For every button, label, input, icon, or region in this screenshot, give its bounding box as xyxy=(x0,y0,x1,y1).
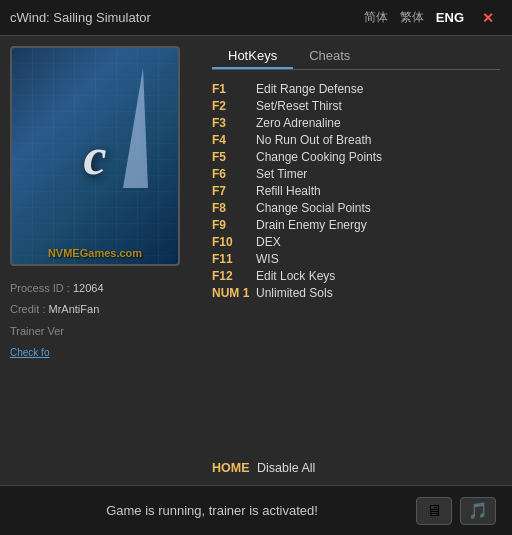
hotkey-item: F12Edit Lock Keys xyxy=(212,267,500,284)
app-title: cWind: Sailing Simulator xyxy=(10,10,358,25)
hotkey-desc: Edit Lock Keys xyxy=(256,269,335,283)
hotkey-item: F3Zero Adrenaline xyxy=(212,114,500,131)
lang-simplified[interactable]: 简体 xyxy=(358,7,394,28)
credit-row: Credit : MrAntiFan xyxy=(10,302,190,317)
hotkey-desc: Edit Range Defense xyxy=(256,82,363,96)
monitor-icon[interactable]: 🖥 xyxy=(416,497,452,525)
hotkey-key: F10 xyxy=(212,235,256,249)
hotkey-key: F12 xyxy=(212,269,256,283)
hotkey-item: F6Set Timer xyxy=(212,165,500,182)
tab-hotkeys[interactable]: HotKeys xyxy=(212,44,293,69)
game-logo: c xyxy=(83,127,106,186)
lang-traditional[interactable]: 繁体 xyxy=(394,7,430,28)
trainer-row: Trainer Ver xyxy=(10,324,190,339)
hotkey-desc: No Run Out of Breath xyxy=(256,133,371,147)
hotkey-desc: Change Cooking Points xyxy=(256,150,382,164)
hotkey-item: F7Refill Health xyxy=(212,182,500,199)
sail-decoration xyxy=(123,68,148,188)
hotkey-item: F11WIS xyxy=(212,250,500,267)
status-message: Game is running, trainer is activated! xyxy=(16,503,408,518)
hotkey-desc: DEX xyxy=(256,235,281,249)
hotkey-item: F8Change Social Points xyxy=(212,199,500,216)
hotkey-key: F3 xyxy=(212,116,256,130)
hotkey-item: F9Drain Enemy Energy xyxy=(212,216,500,233)
hotkey-desc: Set Timer xyxy=(256,167,307,181)
disable-all-key: HOME xyxy=(212,461,250,475)
tab-cheats[interactable]: Cheats xyxy=(293,44,366,69)
credit-value: MrAntiFan xyxy=(49,303,100,315)
hotkey-desc: Refill Health xyxy=(256,184,321,198)
hotkey-key: F8 xyxy=(212,201,256,215)
hotkey-desc: Unlimited Sols xyxy=(256,286,333,300)
hotkey-desc: Change Social Points xyxy=(256,201,371,215)
left-panel: c NVMEGames.com Process ID : 12064 Credi… xyxy=(0,36,200,485)
hotkey-desc: Zero Adrenaline xyxy=(256,116,341,130)
hotkey-item: F4No Run Out of Breath xyxy=(212,131,500,148)
process-info: Process ID : 12064 Credit : MrAntiFan Tr… xyxy=(10,281,190,367)
process-value: 12064 xyxy=(73,282,104,294)
hotkey-item: F5Change Cooking Points xyxy=(212,148,500,165)
close-button[interactable]: ✕ xyxy=(474,8,502,28)
lang-english[interactable]: ENG xyxy=(430,8,470,27)
hotkey-item: F10DEX xyxy=(212,233,500,250)
hotkey-item: NUM 1Unlimited Sols xyxy=(212,284,500,301)
title-bar: cWind: Sailing Simulator 简体 繁体 ENG ✕ xyxy=(0,0,512,36)
hotkey-key: NUM 1 xyxy=(212,286,256,300)
hotkey-item: F2Set/Reset Thirst xyxy=(212,97,500,114)
right-panel: HotKeys Cheats F1Edit Range DefenseF2Set… xyxy=(200,36,512,485)
hotkey-key: F2 xyxy=(212,99,256,113)
main-content: c NVMEGames.com Process ID : 12064 Credi… xyxy=(0,36,512,485)
process-row: Process ID : 12064 xyxy=(10,281,190,296)
music-icon[interactable]: 🎵 xyxy=(460,497,496,525)
watermark: NVMEGames.com xyxy=(48,247,142,259)
hotkey-desc: Drain Enemy Energy xyxy=(256,218,367,232)
check-row: Check fo xyxy=(10,345,190,360)
trainer-label: Trainer Ver xyxy=(10,325,64,337)
credit-label: Credit : xyxy=(10,303,45,315)
hotkey-key: F11 xyxy=(212,252,256,266)
status-bar: Game is running, trainer is activated! 🖥… xyxy=(0,485,512,535)
hotkey-key: F9 xyxy=(212,218,256,232)
hotkey-key: F6 xyxy=(212,167,256,181)
game-thumbnail: c NVMEGames.com xyxy=(10,46,180,266)
hotkey-list: F1Edit Range DefenseF2Set/Reset ThirstF3… xyxy=(212,80,500,447)
tab-bar: HotKeys Cheats xyxy=(212,44,500,70)
hotkey-key: F7 xyxy=(212,184,256,198)
hotkey-desc: Set/Reset Thirst xyxy=(256,99,342,113)
process-label: Process ID : xyxy=(10,282,70,294)
disable-all-row: HOME Disable All xyxy=(212,459,500,477)
hotkey-key: F1 xyxy=(212,82,256,96)
hotkey-item: F1Edit Range Defense xyxy=(212,80,500,97)
hotkey-key: F5 xyxy=(212,150,256,164)
hotkey-desc: WIS xyxy=(256,252,279,266)
check-link[interactable]: Check fo xyxy=(10,347,49,358)
disable-all-desc: Disable All xyxy=(257,461,315,475)
hotkey-key: F4 xyxy=(212,133,256,147)
